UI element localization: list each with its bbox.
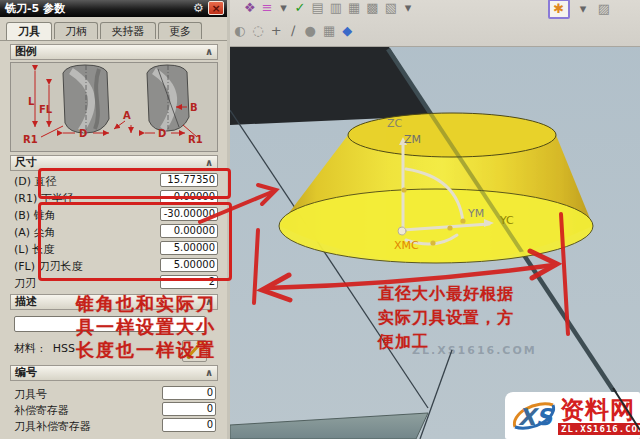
section-title: 图例 bbox=[15, 45, 37, 58]
field-label: (D) 直径 bbox=[14, 174, 57, 189]
pattern-icon[interactable]: ✱ bbox=[548, 0, 570, 19]
legend-image: L FL R1 D A B D R1 bbox=[10, 62, 218, 152]
section-title: 描述 bbox=[15, 295, 37, 308]
dialog-tabs: 刀具 刀柄 夹持器 更多 bbox=[0, 22, 227, 40]
field-row-adjust-register: 补偿寄存器 0 bbox=[10, 402, 218, 418]
cutcom-register-input[interactable]: 0 bbox=[162, 418, 216, 432]
plus-icon[interactable]: + bbox=[271, 23, 289, 39]
chevron-up-icon[interactable]: ∧ bbox=[205, 45, 213, 59]
tip-angle-input[interactable]: 0.00000 bbox=[160, 224, 218, 238]
list-view-icon[interactable]: ≡ bbox=[262, 0, 279, 16]
view-cube-icon[interactable]: ❖ bbox=[244, 0, 262, 16]
sheet-icon[interactable]: ▦ bbox=[348, 0, 366, 16]
dropdown-arrow-icon[interactable]: ▾ bbox=[279, 0, 295, 16]
cube-icon[interactable]: ◆ bbox=[342, 23, 359, 39]
dim-label-R1: R1 bbox=[23, 134, 38, 145]
flute-length-input[interactable]: 5.00000 bbox=[160, 258, 218, 272]
axis-label-ym: YM bbox=[467, 207, 484, 220]
chevron-up-icon[interactable]: ∧ bbox=[205, 366, 213, 380]
watermark-site-url: ZL.XS1616.COM bbox=[558, 423, 640, 435]
taper-angle-input[interactable]: -30.00000 bbox=[160, 207, 218, 221]
dialog-titlebar[interactable]: 铣刀-5 参数 ⚙ × bbox=[0, 0, 227, 17]
circle-icon[interactable]: ◐ bbox=[234, 23, 252, 39]
field-row-cutcom-register: 刀具补偿寄存器 0 bbox=[10, 418, 218, 434]
field-label: 刀具号 bbox=[14, 387, 47, 402]
section-header-legend: 图例 ∧ bbox=[10, 44, 218, 60]
application-window: ❖≡▾✓▤▥▦▩▧▾ ✱ ▾ ▨ ◐◌+∕●▦◆ ZL.XS1616.COM bbox=[0, 0, 640, 439]
chevron-up-icon[interactable]: ∧ bbox=[205, 295, 213, 309]
close-icon[interactable]: × bbox=[208, 1, 224, 15]
field-label: 刀刃 bbox=[14, 276, 36, 291]
chevron-up-icon[interactable]: ∧ bbox=[205, 156, 213, 170]
adjust-register-input[interactable]: 0 bbox=[162, 402, 216, 416]
diameter-input[interactable]: 15.77350 bbox=[160, 173, 218, 187]
tool-parameters-dialog: 铣刀-5 参数 ⚙ × 刀具 刀柄 夹持器 更多 图例 ∧ bbox=[0, 0, 227, 439]
field-label: 补偿寄存器 bbox=[14, 403, 69, 418]
dim-label-D2: D bbox=[158, 128, 166, 139]
viewport-toolbar: ❖≡▾✓▤▥▦▩▧▾ ✱ ▾ ▨ ◐◌+∕●▦◆ bbox=[230, 0, 640, 47]
svg-text:XS: XS bbox=[518, 404, 554, 430]
field-row-taper-angle: (B) 锥角 -30.00000 bbox=[10, 207, 218, 223]
tab-tool[interactable]: 刀具 bbox=[6, 22, 52, 40]
sphere-icon[interactable]: ● bbox=[305, 23, 323, 39]
wrench-icon bbox=[183, 341, 206, 361]
dim-label-D: D bbox=[79, 128, 87, 139]
workpiece-bottom-face bbox=[230, 413, 428, 439]
faint-watermark: ZL.XS1616.COM bbox=[412, 344, 537, 357]
field-label: (B) 锥角 bbox=[14, 208, 56, 223]
edge-line bbox=[420, 350, 452, 439]
tool-number-input[interactable]: 0 bbox=[162, 386, 216, 400]
watermark-site-name: 资料网 bbox=[560, 394, 635, 426]
dropdown-arrow-icon[interactable]: ▾ bbox=[403, 0, 419, 16]
lower-radius-input[interactable]: 0.00000 bbox=[160, 190, 218, 204]
axis-label-yc: YC bbox=[499, 214, 514, 227]
field-row-length: (L) 长度 5.00000 bbox=[10, 241, 218, 257]
sheet-icon[interactable]: ▤ bbox=[311, 0, 329, 16]
3d-scene[interactable]: ZC ZM YM YC XMC bbox=[230, 47, 640, 439]
dim-label-R1b: R1 bbox=[188, 134, 203, 145]
field-row-tool-number: 刀具号 0 bbox=[10, 386, 218, 402]
field-label: (FL) 刀刃长度 bbox=[14, 259, 83, 274]
grid-icon[interactable]: ▦ bbox=[323, 23, 342, 39]
tool-diagram-right bbox=[147, 65, 189, 131]
section-header-numbering: 编号 ∧ bbox=[10, 365, 218, 381]
section-header-description: 描述 ∧ bbox=[10, 294, 218, 310]
line-icon[interactable]: ∕ bbox=[289, 23, 305, 39]
length-input[interactable]: 5.00000 bbox=[160, 241, 218, 255]
field-label: (R1) 下半径 bbox=[14, 191, 74, 206]
workpiece-top-face bbox=[230, 47, 433, 125]
sheet-icon[interactable]: ▨ bbox=[596, 1, 612, 17]
3d-viewport[interactable]: ❖≡▾✓▤▥▦▩▧▾ ✱ ▾ ▨ ◐◌+∕●▦◆ ZL.XS1616.COM bbox=[230, 0, 640, 439]
dim-label-FL: FL bbox=[39, 104, 53, 115]
tab-shank[interactable]: 刀柄 bbox=[54, 22, 98, 39]
tab-more[interactable]: 更多 bbox=[158, 22, 202, 39]
description-input[interactable] bbox=[14, 316, 206, 332]
field-label: (A) 尖角 bbox=[14, 225, 56, 240]
field-row-diameter: (D) 直径 15.77350 bbox=[10, 173, 218, 189]
tool-diagram-left bbox=[63, 65, 109, 133]
gear-icon[interactable]: ⚙ bbox=[191, 1, 206, 16]
section-title: 编号 bbox=[15, 366, 37, 379]
field-row-flute-length: (FL) 刀刃长度 5.00000 bbox=[10, 258, 218, 274]
ok-check-icon[interactable]: ✓ bbox=[295, 0, 312, 16]
dashed-circle-icon[interactable]: ◌ bbox=[252, 23, 270, 39]
axis-label-xmc: XMC bbox=[394, 239, 419, 252]
panel-divider[interactable] bbox=[227, 0, 230, 439]
field-label: (L) 长度 bbox=[14, 242, 54, 257]
dim-label-L: L bbox=[28, 96, 35, 107]
axis-label-zm: ZM bbox=[404, 133, 421, 146]
field-row-flutes: 刀刃 2 bbox=[10, 275, 218, 291]
section-title: 尺寸 bbox=[15, 156, 37, 169]
sheet-icon[interactable]: ▧ bbox=[385, 0, 403, 16]
dropdown-arrow-icon[interactable]: ▾ bbox=[575, 1, 591, 17]
flutes-input[interactable]: 2 bbox=[160, 275, 218, 289]
tab-holder[interactable]: 夹持器 bbox=[100, 22, 156, 39]
material-library-button[interactable] bbox=[182, 340, 207, 362]
tool-icon[interactable]: ▩ bbox=[366, 0, 384, 16]
material-row: 材料 : HSS bbox=[14, 341, 75, 356]
sheet-icon[interactable]: ▥ bbox=[330, 0, 348, 16]
field-row-lower-radius: (R1) 下半径 0.00000 bbox=[10, 190, 218, 206]
axis-label-zc: ZC bbox=[387, 117, 403, 130]
tab-divider bbox=[0, 40, 227, 41]
xs-logo-icon: XS bbox=[507, 396, 559, 436]
